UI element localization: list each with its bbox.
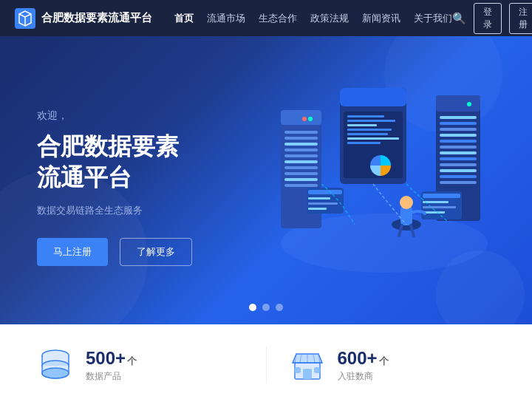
svg-point-17 (308, 117, 313, 121)
stat-label-data: 数据产品 (86, 370, 137, 383)
svg-rect-7 (284, 131, 318, 134)
hero-illustration (259, 51, 510, 302)
svg-rect-27 (347, 137, 399, 140)
stat-item-data: 500+个 数据产品 (37, 347, 244, 383)
navbar: 合肥数据要素流通平台 首页 流通市场 生态合作 政策法规 新闻资讯 关于我们 🔍… (0, 0, 532, 36)
hero-section: 欢迎， 合肥数据要素流通平台 数据交易链路全生态服务 马上注册 了解更多 (0, 36, 532, 324)
stat-divider (266, 347, 267, 383)
nav-link-market[interactable]: 流通市场 (207, 12, 245, 25)
nav-link-ecosystem[interactable]: 生态合作 (259, 12, 297, 25)
nav-link-home[interactable]: 首页 (174, 12, 194, 25)
register-button[interactable]: 注册 (509, 3, 532, 34)
svg-rect-40 (440, 163, 477, 166)
stat-number-data: 500+个 (86, 348, 137, 369)
svg-rect-6 (281, 110, 321, 125)
svg-rect-43 (440, 181, 477, 184)
svg-rect-41 (440, 169, 477, 172)
svg-rect-35 (440, 134, 477, 137)
hero-subtitle: 数据交易链路全生态服务 (37, 204, 273, 217)
hero-title: 合肥数据要素流通平台 (37, 132, 273, 193)
svg-rect-49 (308, 208, 327, 210)
nav-link-policy[interactable]: 政策法规 (310, 12, 349, 25)
svg-rect-34 (440, 128, 477, 131)
svg-rect-26 (347, 133, 388, 135)
store-icon (289, 347, 326, 383)
svg-rect-12 (284, 160, 318, 163)
svg-point-57 (400, 196, 413, 209)
carousel-dots (249, 304, 283, 311)
carousel-dot-3[interactable] (276, 304, 283, 311)
isometric-svg (259, 51, 510, 287)
svg-rect-13 (284, 166, 318, 169)
hero-register-button[interactable]: 马上注册 (37, 238, 108, 266)
svg-rect-48 (308, 202, 338, 205)
hero-buttons: 马上注册 了解更多 (37, 238, 273, 266)
carousel-dot-2[interactable] (262, 304, 270, 311)
hero-learn-button[interactable]: 了解更多 (120, 238, 192, 266)
svg-rect-11 (284, 154, 318, 157)
svg-point-18 (302, 117, 307, 121)
svg-rect-39 (440, 157, 477, 160)
nav-link-about[interactable]: 关于我们 (414, 12, 452, 25)
svg-rect-51 (423, 194, 460, 198)
stat-info-merchant: 600+个 入驻数商 (338, 348, 389, 383)
login-button[interactable]: 登录 (474, 3, 502, 34)
svg-rect-14 (284, 172, 318, 175)
svg-rect-47 (308, 197, 330, 200)
svg-point-44 (467, 102, 471, 106)
svg-rect-9 (284, 143, 318, 146)
svg-rect-16 (284, 184, 318, 187)
svg-rect-53 (423, 206, 456, 208)
svg-rect-8 (284, 137, 318, 140)
nav-link-news[interactable]: 新闻资讯 (362, 12, 400, 25)
svg-rect-33 (440, 122, 477, 125)
stats-section: 500+个 数据产品 600+个 入驻数商 (0, 324, 532, 399)
hero-text: 欢迎， 合肥数据要素流通平台 数据交易链路全生态服务 马上注册 了解更多 (37, 95, 273, 265)
svg-rect-37 (440, 146, 477, 149)
svg-rect-46 (308, 190, 342, 194)
svg-rect-23 (347, 120, 395, 122)
svg-rect-32 (440, 116, 477, 119)
search-icon[interactable]: 🔍 (452, 12, 466, 25)
logo-text: 合肥数据要素流通平台 (41, 11, 152, 25)
nav-logo[interactable]: 合肥数据要素流通平台 (15, 8, 152, 29)
hero-welcome: 欢迎， (37, 109, 273, 123)
carousel-dot-1[interactable] (249, 304, 256, 311)
svg-rect-62 (303, 369, 312, 379)
svg-rect-22 (347, 115, 384, 117)
svg-rect-15 (284, 178, 318, 181)
logo-icon (15, 8, 35, 29)
svg-rect-63 (295, 367, 301, 373)
svg-point-60 (42, 368, 69, 378)
svg-rect-24 (347, 124, 377, 126)
nav-right: 🔍 登录 注册 (452, 3, 532, 34)
database-icon (37, 347, 74, 383)
svg-rect-31 (436, 95, 480, 112)
svg-rect-42 (440, 175, 477, 178)
svg-rect-38 (440, 151, 477, 154)
nav-links: 首页 流通市场 生态合作 政策法规 新闻资讯 关于我们 (174, 12, 452, 25)
stat-item-merchant: 600+个 入驻数商 (289, 347, 496, 383)
stat-number-merchant: 600+个 (338, 348, 389, 369)
svg-rect-10 (284, 149, 318, 151)
svg-rect-28 (347, 142, 381, 144)
svg-rect-36 (440, 140, 477, 143)
svg-rect-20 (340, 88, 406, 106)
svg-rect-25 (347, 129, 392, 131)
svg-rect-64 (314, 367, 320, 373)
stat-info-data: 500+个 数据产品 (86, 348, 137, 383)
stat-label-merchant: 入驻数商 (338, 370, 389, 383)
